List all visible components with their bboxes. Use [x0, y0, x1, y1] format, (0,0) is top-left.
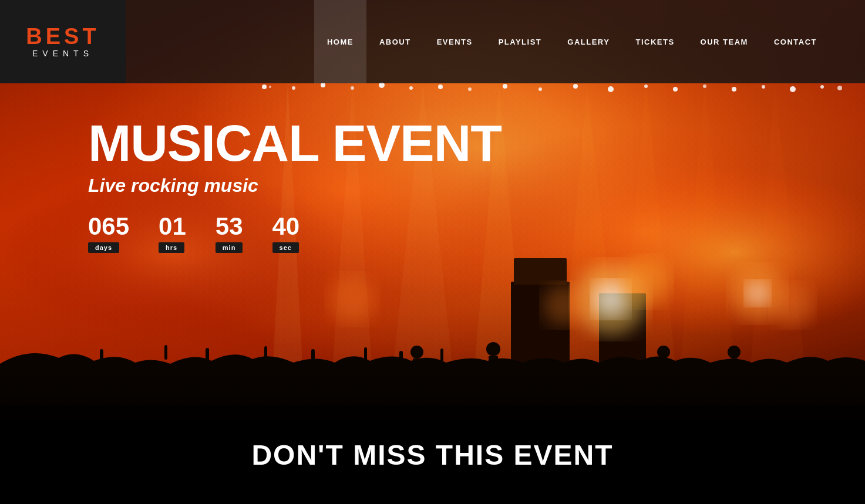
countdown-days: 065 days	[88, 214, 129, 253]
main-nav: HOMEABOUTEVENTSPLAYLISTGALLERYTICKETSOUR…	[126, 0, 865, 83]
countdown-hrs: 01 hrs	[159, 214, 186, 253]
bottom-section: Don't Miss This Event	[0, 421, 865, 489]
logo-block: BEST EVENTS	[0, 0, 126, 83]
bottom-title: Don't Miss This Event	[251, 439, 613, 471]
countdown-min: 53 min	[216, 214, 243, 253]
nav-item-home[interactable]: HOME	[314, 0, 366, 83]
hero-title: MUSICAL EVENT	[88, 117, 502, 169]
countdown-sec: 40 sec	[272, 214, 300, 253]
countdown-hrs-value: 01	[159, 214, 186, 239]
countdown-sec-label: sec	[272, 242, 299, 253]
countdown-min-label: min	[216, 242, 243, 253]
countdown-hrs-label: hrs	[159, 242, 184, 253]
hero-subtitle: Live rocking music	[88, 175, 502, 197]
nav-item-about[interactable]: ABOUT	[366, 0, 424, 83]
nav-item-events[interactable]: EVENTS	[424, 0, 486, 83]
logo-best[interactable]: BEST	[26, 25, 99, 48]
hero-content: MUSICAL EVENT Live rocking music 065 day…	[88, 117, 502, 253]
countdown-days-label: days	[88, 242, 119, 253]
countdown-days-value: 065	[88, 214, 129, 239]
logo-events[interactable]: EVENTS	[32, 49, 93, 58]
nav-item-tickets[interactable]: TICKETS	[622, 0, 687, 83]
countdown-sec-value: 40	[272, 214, 300, 239]
nav-item-contact[interactable]: CONTACT	[761, 0, 830, 83]
header: BEST EVENTS HOMEABOUTEVENTSPLAYLISTGALLE…	[0, 0, 865, 83]
nav-item-gallery[interactable]: GALLERY	[554, 0, 622, 83]
countdown: 065 days 01 hrs 53 min 40 sec	[88, 214, 502, 253]
nav-item-playlist[interactable]: PLAYLIST	[486, 0, 555, 83]
countdown-min-value: 53	[216, 214, 243, 239]
nav-item-our-team[interactable]: OUR TEAM	[688, 0, 761, 83]
